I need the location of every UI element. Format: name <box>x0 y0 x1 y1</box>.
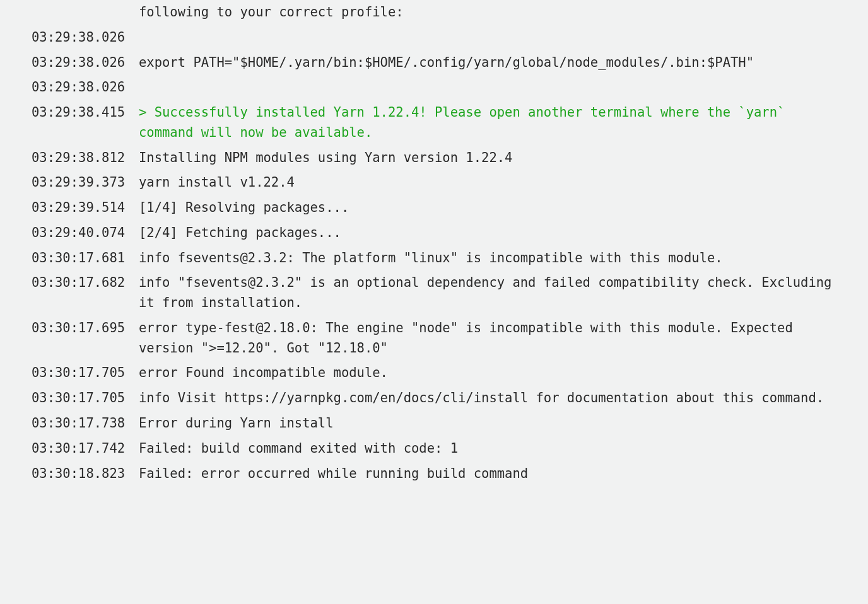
log-message: Failed: build command exited with code: … <box>139 439 836 459</box>
log-timestamp: 03:30:17.738 <box>32 414 139 434</box>
log-line: 03:30:17.695error type-fest@2.18.0: The … <box>32 316 836 361</box>
log-timestamp: 03:30:17.705 <box>32 388 139 409</box>
log-line: 03:30:17.682info "fsevents@2.3.2" is an … <box>32 270 836 316</box>
log-timestamp: 03:29:38.415 <box>32 103 139 123</box>
log-message: Error during Yarn install <box>139 414 836 434</box>
log-message: info "fsevents@2.3.2" is an optional dep… <box>139 273 836 313</box>
log-line: 03:29:40.074[2/4] Fetching packages... <box>32 221 836 246</box>
log-line: 03:29:39.514[1/4] Resolving packages... <box>32 195 836 221</box>
log-timestamp: 03:29:38.812 <box>32 148 139 168</box>
log-message: [2/4] Fetching packages... <box>139 223 836 243</box>
log-line: 03:29:38.812Installing NPM modules using… <box>32 146 836 171</box>
log-line: 03:30:17.705error Found incompatible mod… <box>32 361 836 386</box>
log-timestamp: 03:30:18.823 <box>32 464 139 484</box>
log-line: 03:30:17.705info Visit https://yarnpkg.c… <box>32 386 836 411</box>
log-line: 03:30:17.681info fsevents@2.3.2: The pla… <box>32 246 836 271</box>
log-timestamp: 03:29:39.373 <box>32 173 139 193</box>
log-message: error type-fest@2.18.0: The engine "node… <box>139 318 836 359</box>
log-timestamp: 03:30:17.682 <box>32 273 139 293</box>
log-timestamp: 03:29:38.026 <box>32 78 139 98</box>
log-line: 03:29:38.415> Successfully installed Yar… <box>32 100 836 146</box>
log-line: 03:30:17.742Failed: build command exited… <box>32 436 836 462</box>
log-timestamp: 03:29:40.074 <box>32 223 139 243</box>
log-line: 03:30:17.738Error during Yarn install <box>32 411 836 436</box>
log-message: yarn install v1.22.4 <box>139 173 836 193</box>
log-message: export PATH="$HOME/.yarn/bin:$HOME/.conf… <box>139 53 836 73</box>
log-message: info fsevents@2.3.2: The platform "linux… <box>139 248 836 269</box>
log-timestamp: 03:29:38.026 <box>32 28 139 48</box>
build-log[interactable]: following to your correct profile:03:29:… <box>0 0 868 505</box>
log-line: 03:29:38.026export PATH="$HOME/.yarn/bin… <box>32 50 836 76</box>
log-line: 03:30:18.823Failed: error occurred while… <box>32 462 836 487</box>
log-message: following to your correct profile: <box>139 3 836 23</box>
log-message: Installing NPM modules using Yarn versio… <box>139 148 836 168</box>
log-line: 03:29:38.026 <box>32 25 836 50</box>
log-line: following to your correct profile: <box>32 0 836 25</box>
log-message: > Successfully installed Yarn 1.22.4! Pl… <box>139 103 836 143</box>
log-message: error Found incompatible module. <box>139 363 836 383</box>
log-timestamp: 03:30:17.695 <box>32 318 139 339</box>
log-line: 03:29:38.026 <box>32 75 836 100</box>
log-message <box>139 28 836 42</box>
log-timestamp: 03:30:17.705 <box>32 363 139 383</box>
log-message: [1/4] Resolving packages... <box>139 198 836 218</box>
log-timestamp: 03:30:17.742 <box>32 439 139 459</box>
log-message <box>139 79 836 92</box>
log-line: 03:29:39.373yarn install v1.22.4 <box>32 170 836 195</box>
log-timestamp: 03:29:39.514 <box>32 198 139 218</box>
log-message: Failed: error occurred while running bui… <box>139 464 836 484</box>
log-timestamp: 03:29:38.026 <box>32 53 139 73</box>
log-message: info Visit https://yarnpkg.com/en/docs/c… <box>139 388 836 409</box>
log-timestamp: 03:30:17.681 <box>32 248 139 269</box>
